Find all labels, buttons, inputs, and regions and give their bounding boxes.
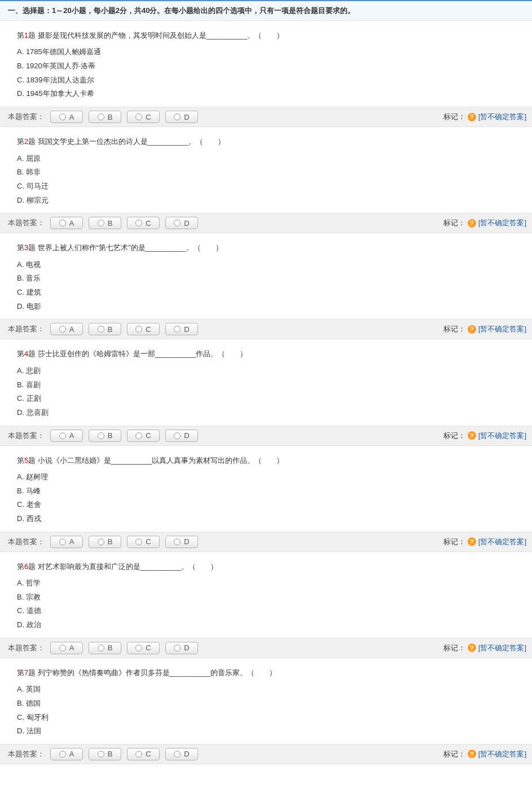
choice-button-c[interactable]: C (127, 642, 160, 654)
answer-bar-left: 本题答案：ABCD (8, 111, 198, 123)
option-line: C. 老舍 (17, 498, 524, 512)
choice-button-b[interactable]: B (89, 430, 121, 442)
help-icon[interactable]: ? (468, 537, 476, 546)
mark-area: 标记：? [暂不确定答案] (443, 431, 526, 441)
option-line: D. 柳宗元 (17, 194, 524, 208)
question-block: 第3题 世界上被人们称作“第七艺术”的是__________。（ ）A. 电视B… (0, 233, 532, 339)
mark-label: 标记： (443, 749, 465, 759)
mark-area: 标记：? [暂不确定答案] (443, 112, 526, 122)
uncertain-answer-link[interactable]: [暂不确定答案] (478, 112, 526, 122)
mark-label: 标记： (443, 218, 465, 228)
radio-icon (59, 432, 66, 439)
choice-button-c[interactable]: C (127, 217, 160, 229)
choice-button-a[interactable]: A (50, 323, 83, 335)
question-number-suffix: 题 (28, 668, 36, 677)
answer-bar: 本题答案：ABCD标记：? [暂不确定答案] (0, 426, 532, 446)
question-body: 小说《小二黑结婚》是__________以真人真事为素材写出的作品。（ ） (38, 456, 284, 465)
choice-button-c[interactable]: C (127, 323, 160, 335)
option-line: A. 1785年德国人鲍姆嘉通 (17, 45, 524, 59)
choice-button-d[interactable]: D (165, 430, 198, 442)
radio-icon (174, 645, 181, 651)
choice-letter: A (69, 219, 74, 228)
choice-button-a[interactable]: A (50, 748, 83, 760)
choice-button-c[interactable]: C (127, 430, 160, 442)
mark-label: 标记： (443, 643, 465, 653)
question-number-suffix: 题 (28, 562, 36, 571)
choice-button-c[interactable]: C (127, 111, 160, 123)
help-icon[interactable]: ? (468, 325, 476, 334)
option-line: D. 西戎 (17, 512, 524, 526)
choice-letter: D (184, 750, 189, 758)
uncertain-answer-link[interactable]: [暂不确定答案] (478, 537, 526, 547)
choice-letter: A (69, 431, 74, 440)
help-icon[interactable]: ? (468, 219, 476, 228)
option-line: B. 马峰 (17, 484, 524, 498)
option-line: C. 道德 (17, 604, 524, 618)
uncertain-answer-link[interactable]: [暂不确定答案] (478, 324, 526, 334)
help-icon[interactable]: ? (468, 113, 476, 121)
question-number-prefix: 第 (17, 349, 24, 358)
choice-buttons: ABCD (50, 217, 198, 229)
choice-button-a[interactable]: A (50, 430, 83, 442)
option-line: C. 正剧 (17, 392, 524, 406)
options-list: A. 哲学B. 宗教C. 道德D. 政治 (0, 573, 532, 638)
choice-button-a[interactable]: A (50, 536, 83, 548)
question-text: 第3题 世界上被人们称作“第七艺术”的是__________。（ ） (0, 241, 532, 254)
question-number: 第3题 (17, 243, 36, 252)
choice-buttons: ABCD (50, 748, 198, 760)
question-block: 第5题 小说《小二黑结婚》是__________以真人真事为素材写出的作品。（ … (0, 446, 532, 552)
choice-button-d[interactable]: D (165, 111, 198, 123)
radio-icon (59, 113, 66, 120)
choice-button-b[interactable]: B (89, 536, 121, 548)
uncertain-answer-link[interactable]: [暂不确定答案] (478, 643, 526, 653)
choice-button-d[interactable]: D (165, 642, 198, 654)
radio-icon (59, 326, 66, 333)
help-icon[interactable]: ? (468, 750, 476, 758)
radio-icon (98, 539, 104, 545)
choice-button-b[interactable]: B (89, 323, 121, 335)
choice-button-c[interactable]: C (127, 748, 160, 760)
choice-button-a[interactable]: A (50, 111, 83, 123)
mark-label: 标记： (443, 324, 465, 334)
choice-button-a[interactable]: A (50, 217, 83, 229)
question-text: 第1题 摄影是现代科技发展的产物，其发明时间及创始人是__________。（ … (0, 29, 532, 42)
option-line: C. 司马迁 (17, 180, 524, 194)
options-list: A. 赵树理B. 马峰C. 老舍D. 西戎 (0, 467, 532, 532)
help-icon[interactable]: ? (468, 431, 476, 440)
question-number-prefix: 第 (17, 668, 24, 677)
option-line: A. 哲学 (17, 576, 524, 590)
question-number-suffix: 题 (28, 456, 36, 465)
choice-button-d[interactable]: D (165, 536, 198, 548)
option-line: C. 匈牙利 (17, 711, 524, 725)
radio-icon (135, 432, 142, 439)
option-line: C. 建筑 (17, 286, 524, 300)
choice-button-a[interactable]: A (50, 642, 83, 654)
question-number-prefix: 第 (17, 31, 24, 40)
question-text: 第7题 列宁称赞的《热情奏鸣曲》作者贝多芬是__________的音乐家。（ ） (0, 666, 532, 679)
radio-icon (174, 539, 181, 545)
option-line: A. 英国 (17, 683, 524, 697)
choice-buttons: ABCD (50, 430, 198, 442)
answer-label: 本题答案： (8, 324, 45, 334)
help-icon[interactable]: ? (468, 644, 476, 652)
choice-button-d[interactable]: D (165, 217, 198, 229)
choice-letter: B (108, 325, 113, 334)
choice-button-b[interactable]: B (89, 217, 121, 229)
choice-button-b[interactable]: B (89, 642, 121, 654)
choice-button-c[interactable]: C (127, 536, 160, 548)
question-block: 第7题 列宁称赞的《热情奏鸣曲》作者贝多芬是__________的音乐家。（ ）… (0, 658, 532, 764)
options-list: A. 悲剧B. 喜剧C. 正剧D. 悲喜剧 (0, 361, 532, 426)
question-body: 世界上被人们称作“第七艺术”的是__________。（ ） (38, 243, 223, 252)
uncertain-answer-link[interactable]: [暂不确定答案] (478, 749, 526, 759)
option-line: B. 音乐 (17, 272, 524, 286)
uncertain-answer-link[interactable]: [暂不确定答案] (478, 431, 526, 441)
radio-icon (135, 220, 142, 226)
choice-button-b[interactable]: B (89, 748, 121, 760)
choice-button-d[interactable]: D (165, 748, 198, 760)
choice-button-d[interactable]: D (165, 323, 198, 335)
choice-button-b[interactable]: B (89, 111, 121, 123)
uncertain-answer-link[interactable]: [暂不确定答案] (478, 218, 526, 228)
answer-label: 本题答案： (8, 749, 45, 759)
question-number: 第2题 (17, 137, 36, 146)
choice-letter: C (146, 113, 151, 121)
